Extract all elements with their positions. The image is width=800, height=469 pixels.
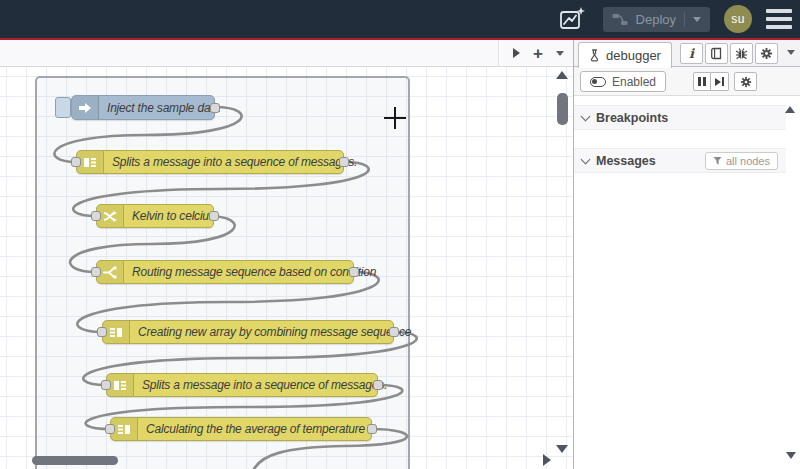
- main-menu-icon: [766, 9, 792, 13]
- add-flow-button[interactable]: +: [527, 42, 549, 64]
- pause-icon: [698, 77, 706, 86]
- debugger-settings-button[interactable]: [734, 72, 757, 91]
- fork-icon: [97, 261, 124, 283]
- flow-list-chevron-icon: [556, 51, 564, 56]
- output-port[interactable]: [210, 103, 220, 113]
- input-port[interactable]: [97, 327, 107, 337]
- join-icon: [103, 321, 130, 343]
- message-filter-button[interactable]: all nodes: [705, 152, 778, 170]
- step-button[interactable]: [711, 72, 729, 91]
- chevron-down-icon: [581, 154, 591, 164]
- sidebar-scroll-up-arrow[interactable]: [785, 106, 795, 113]
- input-port[interactable]: [101, 380, 111, 390]
- settings-tab-button[interactable]: [755, 43, 778, 64]
- breakpoints-section-header[interactable]: Breakpoints: [574, 105, 786, 130]
- gear-icon: [760, 47, 773, 60]
- debug-tab-button[interactable]: [730, 43, 753, 64]
- enabled-label: Enabled: [612, 75, 656, 89]
- deploy-button[interactable]: Deploy: [603, 7, 710, 32]
- next-flow-icon: [513, 48, 520, 58]
- input-port[interactable]: [91, 267, 101, 277]
- flow-node-split-1[interactable]: Splits a message into a sequence of mess…: [76, 150, 344, 174]
- chevron-down-icon: [581, 111, 591, 121]
- output-port[interactable]: [349, 267, 359, 277]
- flow-node-split-2[interactable]: Splits a message into a sequence of mess…: [106, 373, 378, 397]
- info-icon: i: [689, 47, 694, 60]
- sidebar-scroll-down-arrow[interactable]: [786, 452, 796, 459]
- flow-node-inject[interactable]: Inject the sample data: [71, 95, 215, 120]
- step-icon: [715, 77, 724, 86]
- workspace[interactable]: Inject the sample data Splits a message …: [0, 67, 573, 469]
- gear-icon: [740, 76, 752, 88]
- flask-icon: [589, 49, 600, 62]
- node-label: Inject the sample data: [99, 101, 228, 115]
- library-icon: [710, 47, 723, 60]
- export-image-icon: [558, 6, 586, 32]
- node-label: Routing message sequence based on condit…: [124, 265, 384, 279]
- export-image-button[interactable]: [555, 4, 589, 34]
- node-label: Splits a message into a sequence of mess…: [104, 155, 365, 169]
- flow-canvas[interactable]: +: [0, 40, 573, 469]
- node-label: Calculating the the average of temperatu…: [138, 422, 373, 436]
- next-flow-button[interactable]: [505, 42, 527, 64]
- flow-node-join-1[interactable]: Creating new array by combining message …: [102, 320, 394, 344]
- node-red-app: Deploy su +: [0, 0, 800, 469]
- app-header: Deploy su: [0, 0, 800, 38]
- inject-arrow-icon: [72, 96, 99, 119]
- input-port[interactable]: [71, 157, 81, 167]
- toggle-icon: [590, 77, 606, 87]
- main-menu-button[interactable]: [766, 9, 792, 29]
- debugger-toolbar: Enabled: [574, 67, 800, 96]
- deploy-icon: [612, 13, 628, 26]
- canvas-hscroll-thumb[interactable]: [32, 456, 118, 465]
- output-port[interactable]: [367, 424, 377, 434]
- flow-node-join-2[interactable]: Calculating the the average of temperatu…: [110, 417, 372, 441]
- node-label: Splits a message into a sequence of mess…: [134, 378, 395, 392]
- output-port[interactable]: [389, 327, 399, 337]
- sidebar-tabs-chevron-icon[interactable]: [787, 50, 795, 55]
- info-tab-button[interactable]: i: [680, 43, 703, 64]
- deploy-options-chevron-icon[interactable]: [693, 17, 701, 22]
- funnel-icon: [713, 156, 722, 166]
- debugger-enabled-toggle[interactable]: Enabled: [580, 71, 666, 92]
- join-icon: [111, 418, 138, 440]
- bug-icon: [735, 47, 748, 60]
- add-flow-plus-icon: +: [533, 45, 543, 62]
- tab-label: debugger: [606, 48, 661, 63]
- sidebar: debugger i: [573, 40, 800, 469]
- crosshair-cursor: [384, 107, 406, 129]
- input-port[interactable]: [91, 211, 101, 221]
- pause-button[interactable]: [693, 72, 711, 91]
- output-port[interactable]: [373, 380, 383, 390]
- output-port[interactable]: [339, 157, 349, 167]
- section-title: Breakpoints: [596, 111, 668, 125]
- canvas-scroll-right-arrow[interactable]: [543, 454, 551, 466]
- section-title: Messages: [596, 154, 656, 168]
- messages-section-header[interactable]: Messages all nodes: [574, 148, 786, 173]
- split-icon: [77, 151, 104, 173]
- inject-trigger-button[interactable]: [55, 97, 71, 118]
- user-avatar[interactable]: su: [724, 5, 752, 33]
- flow-node-switch[interactable]: Routing message sequence based on condit…: [96, 260, 354, 284]
- output-port[interactable]: [209, 211, 219, 221]
- main-area: +: [0, 40, 800, 469]
- library-tab-button[interactable]: [705, 43, 728, 64]
- deploy-divider: [684, 12, 685, 27]
- node-label: Kelvin to celcius: [124, 209, 223, 223]
- filter-label: all nodes: [726, 155, 770, 167]
- canvas-scroll-up-arrow[interactable]: [556, 71, 568, 79]
- sidebar-tab-bar: debugger i: [574, 40, 800, 67]
- input-port[interactable]: [105, 424, 115, 434]
- flow-node-change[interactable]: Kelvin to celcius: [96, 204, 214, 228]
- canvas-vscroll-thumb[interactable]: [557, 93, 568, 125]
- tab-debugger[interactable]: debugger: [578, 42, 672, 68]
- shuffle-icon: [97, 205, 124, 227]
- split-icon: [107, 374, 134, 396]
- flow-tab-bar: +: [0, 40, 573, 67]
- deploy-label: Deploy: [636, 12, 676, 27]
- flow-list-button[interactable]: [549, 42, 571, 64]
- canvas-scroll-down-arrow[interactable]: [556, 445, 568, 453]
- node-label: Creating new array by combining message …: [130, 325, 419, 339]
